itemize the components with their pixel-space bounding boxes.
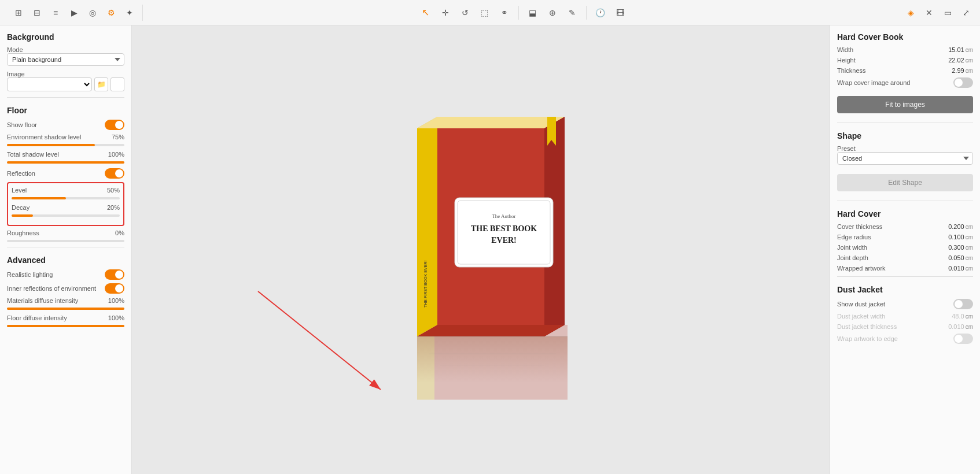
wrapped-artwork-value: 0.010cm: [948, 265, 973, 272]
search-icon[interactable]: ⊕: [544, 5, 561, 21]
edit-icon[interactable]: ✎: [564, 5, 580, 21]
show-floor-toggle[interactable]: [105, 120, 124, 130]
toolbar-center-group: ↖ ✛ ↺ ⬚ ⚭ ⬓ ⊕ ✎ 🕐 🎞: [146, 5, 899, 21]
add-icon[interactable]: ⊞: [10, 5, 27, 21]
cursor-icon[interactable]: ↖: [418, 5, 434, 21]
dust-jacket-title: Dust Jacket: [837, 285, 973, 294]
total-shadow-label: Total shadow level: [7, 151, 59, 158]
box3d-icon[interactable]: ◈: [902, 5, 919, 21]
move-icon[interactable]: ✛: [437, 5, 454, 21]
advanced-section-title: Advanced: [7, 255, 124, 265]
decay-slider[interactable]: [12, 214, 120, 217]
dust-jacket-width-label: Dust jacket width: [837, 313, 885, 320]
rotate-icon[interactable]: ↺: [457, 5, 473, 21]
edit-shape-button[interactable]: Edit Shape: [837, 174, 973, 191]
materials-slider[interactable]: [7, 308, 124, 310]
menu-icon[interactable]: ≡: [47, 5, 64, 21]
reflection-toggle[interactable]: [105, 168, 124, 179]
hard-cover-section-title: Hard Cover: [837, 209, 973, 219]
folder-icon[interactable]: 📁: [94, 77, 108, 91]
right-divider-1: [837, 123, 973, 123]
floor-diffuse-row: Floor diffuse intensity 100%: [7, 314, 124, 321]
cover-thickness-value: 0.200cm: [948, 223, 973, 230]
joint-depth-row: Joint depth 0.050cm: [837, 254, 973, 261]
total-shadow-value: 100%: [108, 151, 124, 158]
film-icon[interactable]: 🎞: [612, 5, 628, 21]
floor-diffuse-slider[interactable]: [7, 325, 124, 327]
main-toolbar: ⊞ ⊟ ≡ ▶ ◎ ⚙ ✦ ↖ ✛ ↺ ⬚ ⚭ ⬓ ⊕ ✎ 🕐 🎞 ◈ ✕ ▭ …: [0, 0, 980, 25]
book-height-row: Height 22.02cm: [837, 57, 973, 64]
edge-radius-value: 0.100cm: [948, 234, 973, 240]
book-author-text: The Author: [492, 213, 515, 219]
right-divider-2: [837, 201, 973, 201]
roughness-slider[interactable]: [7, 240, 124, 242]
mode-select[interactable]: Plain background Environment Custom: [7, 53, 124, 66]
reflection-label: Reflection: [7, 170, 35, 177]
joint-depth-label: Joint depth: [837, 254, 868, 261]
level-slider[interactable]: [12, 197, 120, 199]
show-floor-label: Show floor: [7, 121, 37, 128]
wrap-row: Wrap cover image around: [837, 77, 973, 88]
dust-jacket-width-row: Dust jacket width 48.0cm: [837, 313, 973, 320]
total-shadow-slider[interactable]: [7, 161, 124, 164]
right-divider-3: [837, 276, 973, 277]
inner-reflect-row: Inner reflections of environment: [7, 283, 124, 294]
layer-icon[interactable]: ⬓: [525, 5, 541, 21]
reflection-params-box: Level 50% Decay 20%: [7, 182, 124, 226]
env-shadow-slider[interactable]: [7, 144, 124, 146]
gear-icon[interactable]: ⚙: [103, 5, 119, 21]
book-thickness-value: 2.99cm: [952, 67, 973, 74]
book-thickness-row: Thickness 2.99cm: [837, 67, 973, 74]
screen-icon[interactable]: ⬚: [477, 5, 493, 21]
book-title-line1: THE BEST BOOK: [471, 224, 537, 233]
grid-icon[interactable]: ⊟: [29, 5, 45, 21]
clock-icon[interactable]: 🕐: [592, 5, 609, 21]
floor-diffuse-value: 100%: [108, 314, 124, 321]
cover-thickness-row: Cover thickness 0.200cm: [837, 223, 973, 230]
decay-row: Decay 20%: [12, 204, 120, 211]
preset-select[interactable]: Closed Open Custom: [837, 152, 973, 165]
book-top-face: [417, 117, 565, 128]
preset-label: Preset: [837, 145, 973, 152]
close-btn-icon[interactable]: ✕: [921, 5, 937, 21]
dust-jacket-toggle[interactable]: [953, 299, 973, 309]
window-icon[interactable]: ▭: [940, 5, 956, 21]
roughness-row: Roughness 0%: [7, 229, 124, 236]
decay-label: Decay: [12, 204, 30, 211]
wrap-artwork-row: Wrap artwork to edge: [837, 334, 973, 344]
book-title-line2: EVER!: [491, 236, 517, 245]
expand-icon[interactable]: ⤢: [958, 5, 974, 21]
image-preview: [110, 77, 124, 91]
joint-width-label: Joint width: [837, 244, 867, 251]
dust-jacket-thickness-row: Dust jacket thickness 0.010cm: [837, 323, 973, 330]
book-reflection: [417, 336, 568, 383]
video-icon[interactable]: ▶: [66, 5, 82, 21]
book-height-label: Height: [837, 57, 856, 64]
left-panel: Background Mode Plain background Environ…: [0, 25, 132, 474]
book-width-row: Width 15.01cm: [837, 46, 973, 53]
level-label: Level: [12, 187, 27, 194]
joint-depth-value: 0.050cm: [948, 254, 973, 261]
people-icon[interactable]: ⚭: [496, 5, 513, 21]
sun-icon[interactable]: ✦: [121, 5, 138, 21]
image-select[interactable]: [7, 77, 92, 91]
canvas-area[interactable]: The Author THE BEST BOOK EVER! THE FIRST…: [132, 25, 830, 474]
image-row: 📁: [7, 77, 124, 91]
target-icon[interactable]: ◎: [84, 5, 101, 21]
right-panel: Hard Cover Book Width 15.01cm Height 22.…: [830, 25, 980, 474]
wrap-artwork-toggle[interactable]: [953, 334, 973, 344]
image-label: Image: [7, 71, 124, 77]
background-section-title: Background: [7, 32, 124, 42]
realistic-toggle[interactable]: [105, 269, 124, 280]
env-shadow-row: Environment shadow level 75%: [7, 134, 124, 140]
env-shadow-value: 75%: [112, 134, 124, 140]
cover-thickness-label: Cover thickness: [837, 223, 882, 230]
edge-radius-row: Edge radius 0.100cm: [837, 234, 973, 240]
wrap-toggle[interactable]: [953, 77, 973, 88]
roughness-value: 0%: [115, 229, 124, 236]
hard-cover-book-title: Hard Cover Book: [837, 32, 973, 42]
inner-reflect-toggle[interactable]: [105, 283, 124, 294]
fit-images-button[interactable]: Fit to images: [837, 96, 973, 113]
book-spine-text: THE FIRST BOOK EVER!: [423, 261, 428, 308]
realistic-row: Realistic lighting: [7, 269, 124, 280]
